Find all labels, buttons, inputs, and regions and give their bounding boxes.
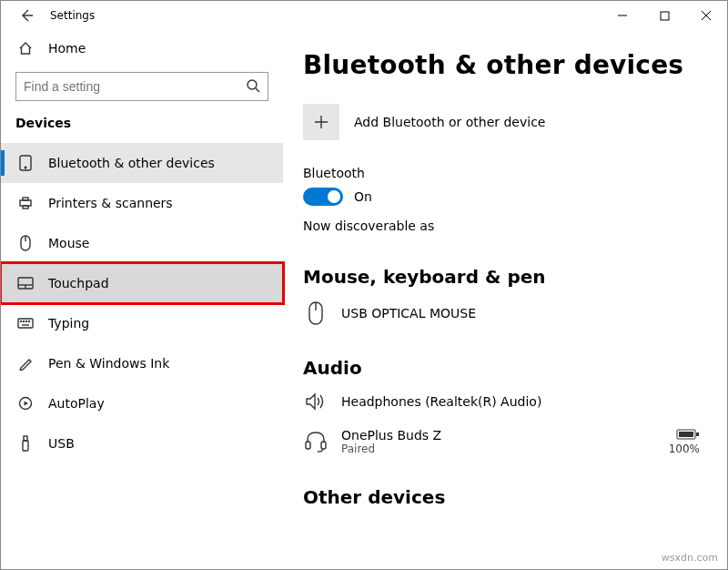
- sidebar-item-touchpad[interactable]: Touchpad: [1, 263, 283, 303]
- sidebar-nav: Bluetooth & other devices Printers & sca…: [1, 143, 283, 463]
- usb-icon: [17, 435, 34, 452]
- bluetooth-label: Bluetooth: [303, 166, 700, 180]
- battery-percent: 100%: [669, 443, 700, 455]
- mouse-icon: [17, 235, 34, 251]
- search-input[interactable]: [15, 72, 268, 101]
- sidebar-home-label: Home: [48, 41, 86, 56]
- svg-rect-0: [661, 12, 669, 20]
- bluetooth-icon: [17, 155, 34, 171]
- sidebar-item-label: Typing: [48, 316, 89, 331]
- svg-point-15: [24, 321, 25, 322]
- svg-rect-23: [306, 442, 310, 449]
- back-button[interactable]: [8, 1, 45, 30]
- sidebar-item-typing[interactable]: Typing: [1, 303, 283, 343]
- pen-icon: [17, 356, 34, 371]
- sidebar-item-label: Touchpad: [48, 276, 109, 290]
- svg-point-17: [29, 321, 30, 322]
- bluetooth-toggle[interactable]: [303, 188, 343, 206]
- sidebar: Home Devices Bluetooth & other devices: [1, 30, 283, 569]
- svg-rect-20: [24, 436, 27, 441]
- keyboard-icon: [17, 318, 34, 329]
- sidebar-item-label: USB: [48, 436, 75, 451]
- svg-rect-24: [321, 442, 326, 449]
- svg-rect-26: [679, 432, 693, 437]
- watermark: wsxdn.com: [662, 552, 718, 564]
- window-controls: [602, 1, 727, 30]
- sidebar-home[interactable]: Home: [1, 30, 283, 66]
- group-other-heading: Other devices: [303, 486, 700, 508]
- window-title: Settings: [50, 9, 95, 22]
- sidebar-section: Devices: [1, 110, 283, 143]
- sidebar-item-label: Pen & Windows Ink: [48, 356, 169, 371]
- home-icon: [17, 41, 34, 56]
- sidebar-item-pen[interactable]: Pen & Windows Ink: [1, 343, 283, 383]
- add-button[interactable]: [303, 104, 339, 140]
- bluetooth-state: On: [354, 189, 372, 204]
- svg-rect-12: [18, 319, 33, 328]
- maximize-button[interactable]: [643, 1, 685, 30]
- svg-rect-27: [696, 433, 699, 436]
- device-name: Headphones (Realtek(R) Audio): [341, 394, 700, 409]
- device-status: Paired: [341, 443, 656, 455]
- page-title: Bluetooth & other devices: [303, 50, 700, 80]
- add-device-label: Add Bluetooth or other device: [354, 115, 545, 129]
- printer-icon: [17, 196, 34, 210]
- search-icon: [246, 78, 260, 96]
- battery-status: 100%: [669, 428, 700, 455]
- svg-rect-4: [20, 200, 31, 206]
- content: Bluetooth & other devices Add Bluetooth …: [283, 30, 727, 569]
- device-name: USB OPTICAL MOUSE: [341, 306, 700, 321]
- group-audio-heading: Audio: [303, 357, 700, 379]
- sidebar-item-label: Printers & scanners: [48, 196, 173, 210]
- svg-point-3: [25, 167, 26, 168]
- sidebar-item-autoplay[interactable]: AutoPlay: [1, 383, 283, 423]
- speaker-icon: [303, 392, 329, 412]
- minimize-button[interactable]: [602, 1, 643, 30]
- svg-point-16: [26, 321, 27, 322]
- group-mouse-heading: Mouse, keyboard & pen: [303, 266, 700, 288]
- sidebar-item-mouse[interactable]: Mouse: [1, 223, 283, 263]
- headset-icon: [303, 430, 329, 453]
- sidebar-item-label: Mouse: [48, 236, 89, 250]
- device-oneplus-buds[interactable]: OnePlus Buds Z Paired 100%: [303, 428, 700, 455]
- svg-rect-19: [23, 441, 28, 451]
- device-name: OnePlus Buds Z: [341, 428, 656, 443]
- add-device-row[interactable]: Add Bluetooth or other device: [303, 104, 700, 140]
- svg-rect-6: [23, 206, 28, 209]
- close-button[interactable]: [685, 1, 727, 30]
- sidebar-item-usb[interactable]: USB: [1, 423, 283, 463]
- autoplay-icon: [17, 396, 34, 411]
- sidebar-item-label: AutoPlay: [48, 396, 105, 411]
- sidebar-item-printers[interactable]: Printers & scanners: [1, 183, 283, 223]
- sidebar-item-bluetooth[interactable]: Bluetooth & other devices: [1, 143, 283, 183]
- discoverable-text: Now discoverable as: [303, 219, 700, 233]
- svg-point-14: [21, 321, 22, 322]
- search-field[interactable]: [24, 79, 237, 94]
- sidebar-item-label: Bluetooth & other devices: [48, 156, 215, 170]
- touchpad-icon: [17, 277, 34, 290]
- device-usb-mouse[interactable]: USB OPTICAL MOUSE: [303, 300, 700, 326]
- svg-point-1: [248, 80, 257, 89]
- mouse-icon: [303, 300, 329, 326]
- device-headphones[interactable]: Headphones (Realtek(R) Audio): [303, 392, 700, 412]
- svg-rect-5: [23, 198, 28, 200]
